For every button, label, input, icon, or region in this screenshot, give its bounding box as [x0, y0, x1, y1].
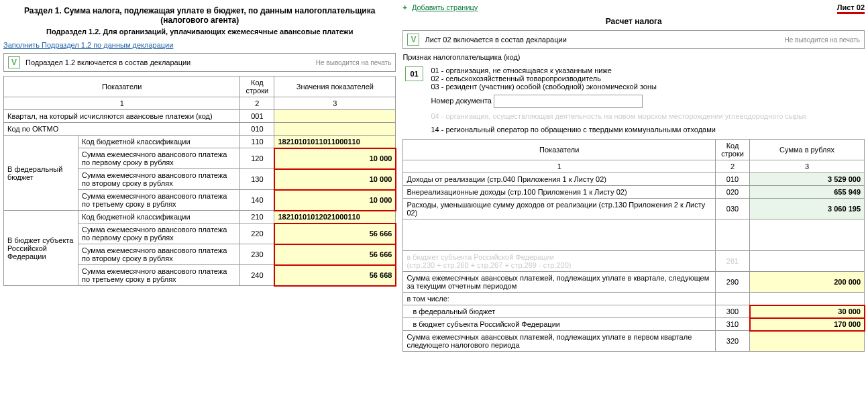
tp-option-01: 01 - организация, не относящаяся к указа… [431, 66, 862, 75]
subhead-r3: 3 [750, 160, 865, 173]
tp-option-04-faded: 04 - организация, осуществляющая деятель… [431, 112, 862, 120]
noprint-label: Не выводится на печать [316, 59, 392, 66]
left-panel: Раздел 1. Сумма налога, подлежащая уплат… [3, 3, 396, 352]
tp-option-02: 02 - сельскохозяйственный товаропроизвод… [431, 75, 862, 83]
col-code: Код строки [240, 77, 274, 97]
checkbox-icon[interactable]: V [407, 34, 419, 46]
noprint-label: Не выводится на печать [784, 36, 860, 44]
fill-subsection-link[interactable]: Заполнить Подраздел 1.2 по данным деклар… [3, 41, 173, 49]
table-row: в бюджет субъекта Российской Федерации (… [403, 251, 865, 272]
table-row: Доходы от реализации (стр.040 Приложения… [403, 173, 865, 186]
col-indicators-r: Показатели [403, 140, 716, 160]
include-checkbox-row-right: V Лист 02 включается в состав декларации… [402, 30, 865, 49]
docnum-label: Номер документа [431, 97, 492, 105]
col-values: Значения показателей [274, 77, 396, 97]
taxpayer-sign-label: Признак налогоплательщика (код) [402, 53, 865, 61]
table-row: Квартал, на который исчисляются авансовы… [4, 110, 396, 123]
col-values-r: Сумма в рублях [750, 140, 865, 160]
tp-option-03: 03 - резидент (участник) особой (свободн… [431, 83, 862, 91]
calc-title: Расчет налога [402, 17, 865, 26]
tp-option-14: 14 - региональный оператор по обращению … [431, 126, 862, 134]
col-code-r: Код строки [716, 140, 750, 160]
left-table: Показатели Код строки Значения показател… [3, 76, 396, 286]
subhead-r1: 1 [403, 160, 716, 173]
add-page-link[interactable]: Добавить страницу [412, 3, 478, 11]
table-row: Расходы, уменьшающие сумму доходов от ре… [403, 199, 865, 219]
subhead-2: 2 [240, 97, 274, 110]
plus-icon: + [402, 3, 406, 11]
taxpayer-code-input[interactable]: 01 [405, 66, 423, 81]
docnum-input[interactable] [494, 95, 643, 108]
sheet-badge: Лист 02 [837, 3, 865, 14]
table-row: Код по ОКТМО 010 [4, 123, 396, 136]
include-label: Лист 02 включается в состав декларации [425, 36, 566, 44]
fed-budget-label: В федеральный бюджет [4, 136, 78, 211]
table-row: Внереализационные доходы (стр.100 Прилож… [403, 186, 865, 199]
subhead-1: 1 [4, 97, 240, 110]
taxpayer-block: 01 01 - организация, не относящаяся к ук… [402, 65, 865, 135]
table-row: в федеральный бюджет 300 30 000 [403, 305, 865, 318]
subj-budget-label: В бюджет субъекта Российской Федерации [4, 211, 78, 286]
subsection-title: Подраздел 1.2. Для организаций, уплачива… [3, 28, 396, 36]
table-row: Сумма ежемесячных авансовых платежей, по… [403, 272, 865, 293]
table-row: в том числе: [403, 293, 865, 305]
include-label: Подраздел 1.2 включается в состав деклар… [25, 58, 191, 66]
table-row: Сумма ежемесячных авансовых платежей, по… [403, 331, 865, 352]
table-row: в бюджет субъекта Российской Федерации 3… [403, 318, 865, 331]
right-panel: + Добавить страницу Лист 02 Расчет налог… [402, 3, 865, 352]
section-title: Раздел 1. Сумма налога, подлежащая уплат… [3, 6, 396, 25]
gap-row [403, 219, 865, 251]
right-table: Показатели Код строки Сумма в рублях 1 2… [402, 139, 865, 352]
subhead-r2: 2 [716, 160, 750, 173]
col-indicators: Показатели [4, 77, 240, 97]
incl-label: в том числе: [403, 293, 716, 305]
include-checkbox-row: V Подраздел 1.2 включается в состав декл… [3, 53, 396, 72]
table-row: В бюджет субъекта Российской Федерации К… [4, 211, 396, 224]
checkbox-icon[interactable]: V [8, 56, 20, 68]
table-row: В федеральный бюджет Код бюджетной класс… [4, 136, 396, 148]
subhead-3: 3 [274, 97, 396, 110]
